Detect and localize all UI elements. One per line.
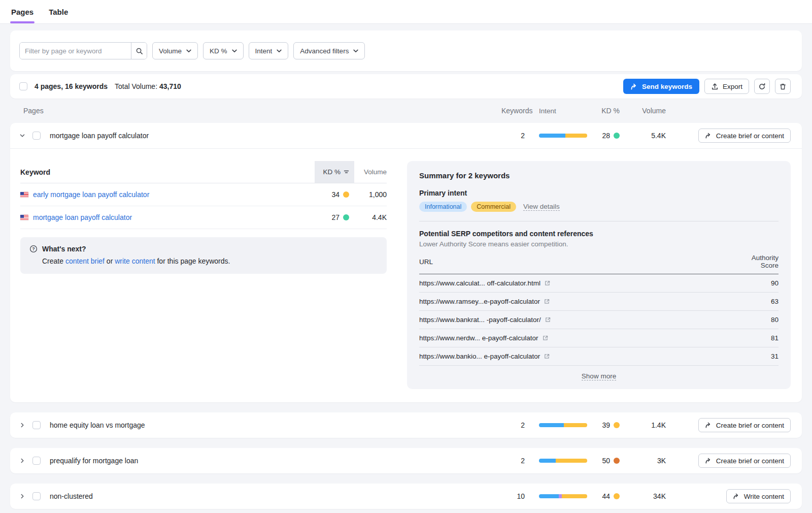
send-keywords-button[interactable]: Send keywords (623, 79, 699, 94)
external-link-icon[interactable] (545, 316, 551, 323)
create-brief-button[interactable]: Create brief or content (698, 418, 791, 432)
kd-dot (614, 133, 620, 139)
kd-filter-dropdown[interactable]: KD % (203, 42, 244, 59)
chevron-down-icon (186, 49, 191, 53)
external-link-icon[interactable] (544, 353, 550, 360)
competitor-row: https://www.bankio... e-payoff-calculato… (419, 347, 779, 366)
create-brief-button[interactable]: Create brief or content (698, 454, 791, 468)
chevron-right-icon (19, 493, 25, 499)
row-checkbox[interactable] (32, 421, 41, 429)
competitor-url: https://www.nerdw... e-payoff-calculator (419, 334, 538, 342)
expand-toggle[interactable] (19, 458, 32, 464)
export-icon (711, 83, 719, 90)
expand-toggle[interactable] (19, 422, 32, 428)
score-column-header: Authority Score (743, 254, 779, 269)
kd-value: 44 (602, 492, 610, 500)
tab-pages-label: Pages (11, 8, 33, 16)
intent-filter-dropdown[interactable]: Intent (249, 42, 289, 59)
primary-intent-label: Primary intent (419, 189, 779, 197)
volume-value: 3K (620, 457, 673, 465)
write-content-button[interactable]: Write content (726, 489, 791, 503)
intent-badge-commercial: Commercial (471, 202, 516, 212)
trash-icon (779, 83, 787, 90)
keyword-link[interactable]: mortgage loan payoff calculator (33, 213, 132, 221)
keyword-column-header: Keyword (20, 168, 315, 176)
top-tab-bar: Pages Table (0, 0, 812, 24)
chevron-down-icon (232, 49, 237, 53)
external-link-icon[interactable] (544, 280, 551, 286)
kd-dot (343, 214, 349, 220)
external-link-icon[interactable] (542, 335, 549, 341)
whats-next-body: Create content brief or write content fo… (42, 257, 378, 265)
competitor-row: https://www.calculat... off-calculator.h… (419, 274, 779, 293)
kd-value: 28 (602, 132, 610, 140)
table-column-headers: Pages Keywords Intent KD % Volume (10, 99, 802, 123)
filter-input[interactable] (20, 43, 131, 59)
total-volume: Total Volume: 43,710 (115, 82, 181, 90)
filter-input-group (19, 42, 147, 59)
page-card-home-equity-loan-vs-mortgage: home equity loan vs mortgage 2 39 1.4K C… (10, 412, 802, 438)
keyword-link[interactable]: early mortgage loan payoff calculator (33, 190, 149, 199)
search-button[interactable] (131, 43, 147, 59)
send-arrow-icon (705, 458, 712, 464)
competitor-url: https://www.calculat... off-calculator.h… (419, 279, 540, 287)
send-arrow-icon (705, 422, 712, 428)
send-arrow-icon (733, 493, 740, 499)
us-flag-icon (20, 215, 28, 220)
refresh-button[interactable] (754, 79, 770, 94)
write-content-link[interactable]: write content (115, 257, 155, 265)
keywords-summary-panel: Summary for 2 keywords Primary intent In… (407, 161, 791, 389)
keyword-table-header: Keyword KD % Volume (20, 161, 387, 183)
kd-sort-header[interactable]: KD % (315, 161, 354, 183)
delete-button[interactable] (775, 79, 791, 94)
page-row: prequalify for mortgage loan 2 50 3K Cre… (10, 448, 802, 473)
expand-toggle[interactable] (19, 493, 32, 499)
kd-value: 34 (331, 190, 340, 199)
row-checkbox[interactable] (32, 132, 41, 140)
external-link-icon[interactable] (544, 298, 550, 305)
content-brief-link[interactable]: content brief (65, 257, 105, 265)
kd-value: 39 (602, 421, 610, 429)
collapse-toggle[interactable] (19, 133, 32, 139)
kd-value: 50 (602, 457, 610, 465)
kd-dot (614, 422, 620, 428)
page-row: non-clustered 10 44 34K Write content (10, 484, 802, 509)
advanced-filters-dropdown[interactable]: Advanced filters (293, 42, 365, 59)
view-details-link[interactable]: View details (523, 203, 560, 211)
page-name: mortgage loan payoff calculator (50, 132, 501, 140)
volume-value: 34K (620, 492, 673, 500)
authority-score: 90 (743, 279, 779, 287)
row-checkbox[interactable] (32, 492, 41, 500)
selection-count: 4 pages, 16 keywords (35, 82, 108, 90)
keyword-count: 2 (501, 132, 525, 140)
filter-toolbar: Volume KD % Intent Advanced filters (10, 30, 802, 71)
sort-icon (344, 170, 349, 174)
show-more-link[interactable]: Show more (582, 372, 616, 380)
tab-pages[interactable]: Pages (10, 0, 35, 23)
competitors-table-header: URL Authority Score (419, 248, 779, 274)
keyword-count: 2 (501, 457, 525, 465)
chevron-right-icon (19, 422, 25, 428)
export-button[interactable]: Export (704, 79, 749, 94)
summary-panel-title: Summary for 2 keywords (419, 171, 779, 180)
svg-text:?: ? (32, 246, 35, 251)
chevron-down-icon (19, 133, 25, 139)
column-kd: KD % (601, 107, 620, 115)
keyword-row: early mortgage loan payoff calculator 34… (20, 183, 387, 206)
page-name: home equity loan vs mortgage (50, 421, 501, 429)
intent-badge-informational: Informational (419, 202, 467, 212)
select-all-checkbox[interactable] (19, 82, 27, 90)
row-checkbox[interactable] (32, 457, 41, 465)
refresh-icon (758, 83, 766, 90)
selection-summary-bar: 4 pages, 16 keywords Total Volume: 43,71… (10, 74, 802, 99)
active-tab-underline (10, 21, 35, 23)
authority-score: 81 (743, 334, 779, 342)
serp-competitors-subtitle: Lower Authority Score means easier compe… (419, 240, 779, 248)
create-brief-button[interactable]: Create brief or content (698, 129, 791, 143)
authority-score: 80 (743, 316, 779, 324)
authority-score: 31 (743, 352, 779, 360)
tab-table[interactable]: Table (48, 0, 69, 23)
volume-filter-dropdown[interactable]: Volume (152, 42, 198, 59)
keyword-row: mortgage loan payoff calculator 27 4.4K (20, 206, 387, 229)
chevron-right-icon (19, 458, 25, 464)
